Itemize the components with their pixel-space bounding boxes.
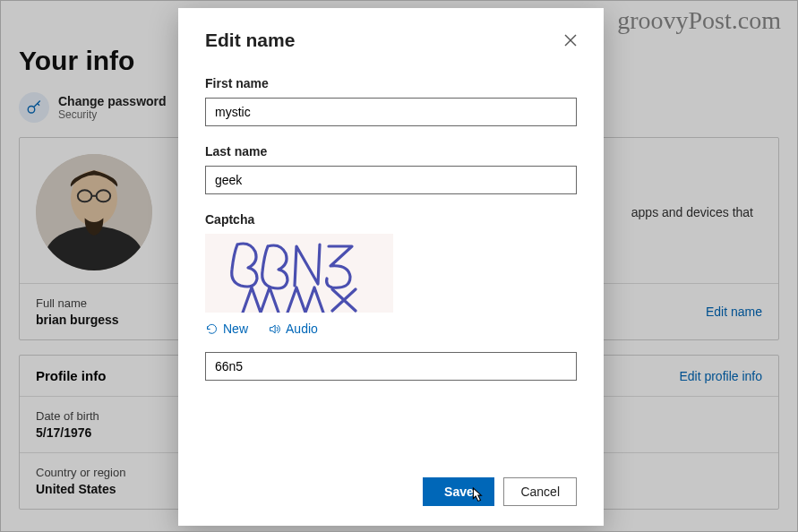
full-name-label: Full name <box>36 296 119 310</box>
watermark: groovyPost.com <box>617 6 781 35</box>
first-name-input[interactable] <box>205 98 577 126</box>
full-name-value: brian burgess <box>36 313 119 327</box>
refresh-icon <box>205 322 219 336</box>
edit-profile-link[interactable]: Edit profile info <box>679 369 762 383</box>
key-icon <box>19 92 49 123</box>
last-name-label: Last name <box>205 144 577 159</box>
captcha-label: Captcha <box>205 212 577 227</box>
dob-value: 5/17/1976 <box>36 425 99 440</box>
country-label: Country or region <box>36 466 125 479</box>
audio-icon <box>268 322 281 336</box>
card-side-text: apps and devices that <box>631 205 753 219</box>
avatar <box>36 154 152 270</box>
profile-info-header: Profile info <box>36 368 106 383</box>
change-password-label: Change password <box>58 94 167 108</box>
captcha-input[interactable] <box>205 352 577 381</box>
dob-label: Date of birth <box>36 409 99 423</box>
svg-point-0 <box>28 107 35 114</box>
country-value: United States <box>36 482 125 496</box>
edit-name-modal: Edit name First name Last name Captcha N… <box>178 8 604 526</box>
last-name-input[interactable] <box>205 166 577 194</box>
edit-name-link[interactable]: Edit name <box>706 305 762 319</box>
captcha-image <box>205 234 393 313</box>
captcha-audio-link[interactable]: Audio <box>268 322 318 336</box>
captcha-new-link[interactable]: New <box>205 322 248 336</box>
cancel-button[interactable]: Cancel <box>503 477 577 506</box>
modal-title: Edit name <box>205 30 295 51</box>
first-name-label: First name <box>205 76 577 90</box>
cursor-icon <box>468 486 485 506</box>
close-icon[interactable] <box>564 34 577 47</box>
security-label: Security <box>58 108 167 121</box>
